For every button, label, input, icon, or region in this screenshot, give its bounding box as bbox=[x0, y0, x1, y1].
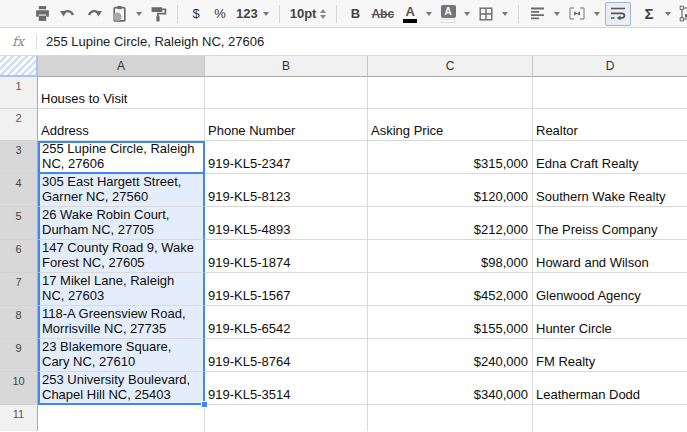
cell-address[interactable]: 23 Blakemore Square, Cary NC, 27610 bbox=[38, 339, 205, 372]
cell-realtor[interactable]: FM Realty bbox=[533, 339, 687, 372]
cell-address[interactable]: 26 Wake Robin Court, Durham NC, 27705 bbox=[38, 207, 205, 240]
cell-phone[interactable]: 919-KL5-8764 bbox=[205, 339, 368, 372]
cell-phone[interactable]: 919-KL5-3514 bbox=[205, 372, 368, 405]
align-dropdown[interactable] bbox=[551, 2, 563, 26]
sheet-title: Houses to Visit bbox=[41, 91, 127, 106]
select-all-corner[interactable] bbox=[0, 56, 38, 77]
cell-d1[interactable] bbox=[533, 77, 687, 109]
row-header-11[interactable]: 11 bbox=[0, 405, 38, 431]
cell-price[interactable]: $212,000 bbox=[368, 207, 533, 240]
cell-phone[interactable]: 919-KL5-1874 bbox=[205, 240, 368, 273]
bold-button[interactable]: B bbox=[344, 2, 366, 26]
cell-price[interactable]: $340,000 bbox=[368, 372, 533, 405]
paint-roller-icon bbox=[150, 5, 167, 22]
fill-handle[interactable] bbox=[201, 401, 208, 408]
align-button[interactable] bbox=[526, 2, 549, 26]
row-header[interactable]: 10 bbox=[0, 372, 38, 405]
functions-dropdown[interactable] bbox=[662, 2, 674, 26]
cell-c11[interactable] bbox=[368, 405, 533, 431]
formula-input[interactable]: 255 Lupine Circle, Raleigh NC, 27606 bbox=[37, 34, 687, 49]
functions-button[interactable]: Σ bbox=[638, 2, 660, 26]
paint-format-button[interactable] bbox=[147, 2, 170, 26]
borders-button[interactable] bbox=[475, 2, 497, 26]
text-color-button[interactable]: A bbox=[399, 2, 421, 26]
cell-c1[interactable] bbox=[368, 77, 533, 109]
cell-realtor[interactable]: Leatherman Dodd bbox=[533, 372, 687, 405]
cell-price[interactable]: $120,000 bbox=[368, 174, 533, 207]
row-header-2[interactable]: 2 bbox=[0, 109, 38, 141]
cell-phone[interactable]: 919-KL5-1567 bbox=[205, 273, 368, 306]
row-header-1[interactable]: 1 bbox=[0, 77, 38, 109]
borders-dropdown[interactable] bbox=[499, 2, 511, 26]
cell-realtor[interactable]: Southern Wake Realty bbox=[533, 174, 687, 207]
cell-address[interactable]: 305 East Hargett Street, Garner NC, 2756… bbox=[38, 174, 205, 207]
paste-button[interactable] bbox=[108, 2, 131, 26]
format-currency-button[interactable]: $ bbox=[185, 2, 207, 26]
print-button[interactable] bbox=[31, 2, 54, 26]
cell-address[interactable]: 17 Mikel Lane, Raleigh NC, 27603 bbox=[38, 273, 205, 306]
cell-phone[interactable]: 919-KL5-6542 bbox=[205, 306, 368, 339]
merge-dropdown[interactable] bbox=[591, 2, 603, 26]
cell-realtor[interactable]: Howard and Wilson bbox=[533, 240, 687, 273]
column-header-b[interactable]: B bbox=[205, 56, 368, 77]
cell-address[interactable]: 255 Lupine Circle, Raleigh NC, 27606 bbox=[38, 141, 205, 174]
chevron-down-icon bbox=[502, 12, 508, 16]
toolbar-separator bbox=[177, 5, 178, 23]
row-header[interactable]: 4 bbox=[0, 174, 38, 207]
cell-price[interactable]: $98,000 bbox=[368, 240, 533, 273]
row-header[interactable]: 8 bbox=[0, 306, 38, 339]
cell-price[interactable]: $155,000 bbox=[368, 306, 533, 339]
chevron-down-icon bbox=[594, 12, 600, 16]
cell-c2[interactable]: Asking Price bbox=[368, 109, 533, 141]
cell-price[interactable]: $315,000 bbox=[368, 141, 533, 174]
row-header[interactable]: 6 bbox=[0, 240, 38, 273]
row-header[interactable]: 5 bbox=[0, 207, 38, 240]
cell-address[interactable]: 253 University Boulevard, Chapel Hill NC… bbox=[38, 372, 205, 405]
merge-cells-button[interactable] bbox=[565, 2, 589, 26]
paste-dropdown[interactable] bbox=[133, 2, 145, 26]
cell-realtor[interactable]: Edna Craft Realty bbox=[533, 141, 687, 174]
cell-phone[interactable]: 919-KL5-2347 bbox=[205, 141, 368, 174]
cell-a11[interactable] bbox=[38, 405, 205, 431]
row-header[interactable]: 3 bbox=[0, 141, 38, 174]
row-header[interactable]: 9 bbox=[0, 339, 38, 372]
insert-chart-button[interactable] bbox=[676, 2, 687, 26]
cell-a1[interactable]: Houses to Visit bbox=[38, 77, 205, 109]
cell-price[interactable]: $240,000 bbox=[368, 339, 533, 372]
cell-b2[interactable]: Phone Number bbox=[205, 109, 368, 141]
text-color-dropdown[interactable] bbox=[423, 2, 435, 26]
chevron-down-icon bbox=[665, 12, 671, 16]
cell-realtor[interactable]: The Preiss Company bbox=[533, 207, 687, 240]
row-header[interactable]: 7 bbox=[0, 273, 38, 306]
column-header-c[interactable]: C bbox=[368, 56, 533, 77]
undo-button[interactable] bbox=[56, 2, 80, 26]
cell-b1[interactable] bbox=[205, 77, 368, 109]
cell-price[interactable]: $452,000 bbox=[368, 273, 533, 306]
fx-label: fx bbox=[0, 34, 36, 49]
format-percent-button[interactable]: % bbox=[209, 2, 231, 26]
cell-b11[interactable] bbox=[205, 405, 368, 431]
cell-phone[interactable]: 919-KL5-4893 bbox=[205, 207, 368, 240]
cell-a2[interactable]: Address bbox=[38, 109, 205, 141]
cell-phone[interactable]: 919-KL5-8123 bbox=[205, 174, 368, 207]
cell-realtor[interactable]: Glenwood Agency bbox=[533, 273, 687, 306]
column-header-a[interactable]: A bbox=[38, 56, 205, 77]
cell-d2[interactable]: Realtor bbox=[533, 109, 687, 141]
number-format-button[interactable]: 123 bbox=[233, 2, 272, 26]
strikethrough-button[interactable]: Abc bbox=[368, 2, 397, 26]
toolbar-separator bbox=[279, 5, 280, 23]
chevron-down-icon bbox=[263, 12, 269, 16]
cell-realtor[interactable]: Hunter Circle bbox=[533, 306, 687, 339]
column-header-d[interactable]: D bbox=[533, 56, 687, 77]
cell-address[interactable]: 147 County Road 9, Wake Forest NC, 27605 bbox=[38, 240, 205, 273]
fill-color-dropdown[interactable] bbox=[461, 2, 473, 26]
text-color-icon: A bbox=[403, 5, 417, 23]
redo-button[interactable] bbox=[82, 2, 106, 26]
row-11: 11 bbox=[0, 405, 687, 431]
cell-address[interactable]: 118-A Greensview Road, Morrisville NC, 2… bbox=[38, 306, 205, 339]
cell-d11[interactable] bbox=[533, 405, 687, 431]
fill-color-button[interactable]: A bbox=[437, 2, 459, 26]
font-size-button[interactable]: 10pt bbox=[287, 2, 330, 26]
table-row: 9 23 Blakemore Square, Cary NC, 27610 91… bbox=[0, 339, 687, 372]
wrap-text-button[interactable] bbox=[605, 2, 631, 26]
